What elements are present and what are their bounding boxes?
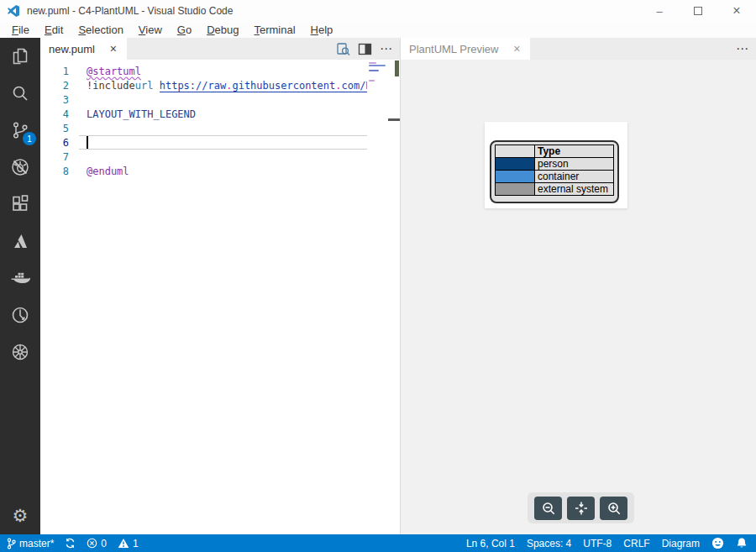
minimap-line — [369, 62, 376, 64]
git-branch-icon — [7, 538, 16, 549]
zoom-toolbar — [528, 492, 634, 523]
minimap-line — [369, 80, 375, 81]
cursor-position[interactable]: Ln 6, Col 1 — [466, 538, 515, 549]
legend-table: Type person container external system — [495, 145, 614, 196]
sync-icon — [65, 538, 76, 549]
search-icon[interactable] — [0, 75, 40, 112]
sync-button[interactable] — [65, 538, 76, 549]
tab-close-icon[interactable]: × — [510, 42, 523, 55]
preview-tab-strip: PlantUML Preview × ⋯ — [401, 38, 756, 60]
bell-icon — [736, 537, 748, 549]
error-icon — [87, 538, 97, 549]
activity-bar: 1 ⚙ — [0, 38, 40, 534]
include-url-link: https://raw.githubusercontent.com/Ric. — [160, 80, 367, 92]
tab-plantuml-preview[interactable]: PlantUML Preview × — [401, 38, 530, 60]
git-branch-status[interactable]: master* — [7, 538, 54, 549]
notifications-button[interactable] — [736, 537, 748, 549]
eol-sequence[interactable]: CRLF — [623, 538, 649, 549]
code-line-3: 3 — [40, 92, 367, 107]
source-control-icon[interactable]: 1 — [0, 112, 40, 149]
error-count[interactable]: 0 — [87, 538, 107, 549]
azure-icon[interactable] — [0, 223, 40, 260]
close-button[interactable]: × — [717, 0, 756, 22]
minimap-line — [369, 70, 379, 71]
menu-edit[interactable]: Edit — [37, 23, 71, 37]
zoom-out-button[interactable] — [534, 497, 562, 520]
menu-debug[interactable]: Debug — [199, 23, 246, 37]
code-line-2: 2 !includeurl https://raw.githubusercont… — [40, 78, 367, 92]
warning-icon — [118, 538, 129, 549]
maximize-icon — [694, 7, 702, 15]
status-bar: master* 0 1 Ln 6, Col 1 Spaces: 4 UTF-8 … — [0, 534, 756, 552]
overview-ruler-cursor-marker — [388, 118, 400, 121]
zoom-out-icon — [541, 501, 556, 516]
editor-tab-strip: new.puml × ⋯ — [40, 38, 400, 60]
menu-go[interactable]: Go — [170, 23, 199, 37]
explorer-icon[interactable] — [0, 38, 40, 75]
open-preview-icon[interactable] — [336, 42, 350, 56]
code-line-4: 4 LAYOUT_WITH_LEGEND — [40, 107, 367, 121]
tab-label: new.puml — [49, 43, 95, 55]
external-system-color-swatch — [496, 183, 535, 196]
menu-help[interactable]: Help — [303, 23, 341, 37]
code-editor[interactable]: 1 @startuml 2 !includeurl https://raw.gi… — [40, 60, 400, 534]
docker-icon[interactable] — [0, 260, 40, 297]
encoding[interactable]: UTF-8 — [583, 538, 612, 549]
plantuml-preview-pane: Type person container external system — [401, 60, 756, 534]
code-line-1: 1 @startuml — [40, 64, 367, 78]
legend-header-swatch — [496, 145, 535, 158]
window-title: new.puml - C4-PlantUML - Visual Studio C… — [27, 5, 233, 17]
indentation[interactable]: Spaces: 4 — [527, 538, 571, 549]
text-cursor — [87, 136, 88, 149]
code-line-5: 5 — [40, 121, 367, 135]
container-color-swatch — [496, 171, 535, 183]
source-control-badge: 1 — [23, 132, 36, 145]
circle-arrow-icon[interactable] — [0, 297, 40, 334]
menu-file[interactable]: File — [4, 23, 37, 37]
tab-close-icon[interactable]: × — [107, 42, 120, 55]
code-line-6: 6 — [40, 135, 367, 150]
zoom-in-icon — [606, 501, 622, 516]
fit-to-window-button[interactable] — [567, 497, 595, 520]
legend-row-person: person — [496, 158, 614, 171]
menu-bar: File Edit Selection View Go Debug Termin… — [0, 22, 756, 38]
minimap[interactable] — [367, 60, 387, 534]
zoom-in-button[interactable] — [600, 497, 627, 520]
legend-header-row: Type — [496, 145, 614, 158]
legend-row-container: container — [496, 171, 614, 183]
manage-gear-icon[interactable]: ⚙ — [0, 497, 40, 534]
minimize-button[interactable]: – — [640, 0, 679, 22]
code-line-7: 7 — [40, 150, 367, 164]
menu-terminal[interactable]: Terminal — [246, 23, 302, 37]
legend-row-external-system: external system — [496, 183, 614, 196]
fit-to-window-icon — [574, 501, 589, 516]
debug-icon[interactable] — [0, 149, 40, 186]
tab-new-puml[interactable]: new.puml × — [40, 38, 127, 60]
smiley-icon — [711, 537, 724, 549]
minimap-line — [369, 65, 386, 66]
maximize-button[interactable] — [679, 0, 717, 22]
menu-selection[interactable]: Selection — [71, 23, 130, 37]
title-bar: new.puml - C4-PlantUML - Visual Studio C… — [0, 0, 756, 22]
warning-count[interactable]: 1 — [118, 538, 139, 549]
preview-more-actions-icon[interactable]: ⋯ — [736, 41, 749, 56]
menu-view[interactable]: View — [131, 23, 170, 37]
code-area: 1 @startuml 2 !includeurl https://raw.gi… — [40, 60, 367, 534]
code-line-8: 8 @enduml — [40, 164, 367, 178]
split-editor-icon[interactable] — [358, 43, 372, 55]
extensions-icon[interactable] — [0, 186, 40, 223]
overview-ruler-marker — [395, 60, 399, 76]
vscode-logo-icon — [7, 4, 20, 18]
tab-label: PlantUML Preview — [409, 43, 498, 55]
legend-header-label: Type — [535, 145, 614, 158]
person-color-swatch — [496, 158, 535, 171]
feedback-button[interactable] — [711, 537, 724, 549]
editor-more-actions-icon[interactable]: ⋯ — [380, 41, 393, 56]
kubernetes-icon[interactable] — [0, 334, 40, 371]
language-mode[interactable]: Diagram — [662, 538, 700, 549]
